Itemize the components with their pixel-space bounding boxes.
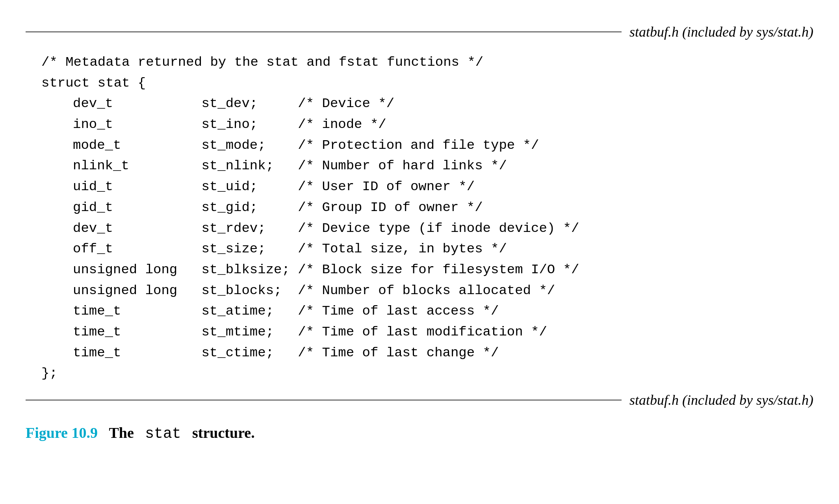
field-10: time_t st_atime; /* Time of last access … [41,301,813,322]
page-container: statbuf.h (included by sys/stat.h) /* Me… [26,16,813,442]
field-12: time_t st_ctime; /* Time of last change … [41,343,813,363]
bottom-file-label: statbuf.h (included by sys/stat.h) [629,392,813,408]
field-1: ino_t st_ino; /* inode */ [41,114,813,135]
figure-caption: Figure 10.9 The stat structure. [26,424,813,442]
struct-close: }; [41,363,813,384]
field-4: uid_t st_uid; /* User ID of owner */ [41,176,813,197]
figure-space2 [185,424,189,441]
figure-stat-code: stat [145,425,181,442]
struct-open: struct stat { [41,73,813,94]
figure-the-word: The [109,424,134,441]
field-6: dev_t st_rdev; /* Device type (if inode … [41,218,813,239]
field-8: unsigned long st_blksize; /* Block size … [41,259,813,280]
comment-line: /* Metadata returned by the stat and fst… [41,52,813,73]
figure-space [137,424,141,441]
bottom-rule-line [26,400,622,400]
figure-text-the [101,424,105,441]
top-rule: statbuf.h (included by sys/stat.h) [26,24,813,40]
field-11: time_t st_mtime; /* Time of last modific… [41,322,813,343]
field-3: nlink_t st_nlink; /* Number of hard link… [41,156,813,176]
field-7: off_t st_size; /* Total size, in bytes *… [41,239,813,259]
code-block: /* Metadata returned by the stat and fst… [41,52,813,384]
top-file-label: statbuf.h (included by sys/stat.h) [629,24,813,40]
field-0: dev_t st_dev; /* Device */ [41,93,813,114]
field-2: mode_t st_mode; /* Protection and file t… [41,135,813,156]
bottom-rule: statbuf.h (included by sys/stat.h) [26,392,813,408]
figure-label: Figure 10.9 [26,424,98,441]
field-9: unsigned long st_blocks; /* Number of bl… [41,280,813,301]
figure-structure-word: structure. [192,424,255,441]
top-rule-line [26,32,622,32]
field-5: gid_t st_gid; /* Group ID of owner */ [41,197,813,218]
